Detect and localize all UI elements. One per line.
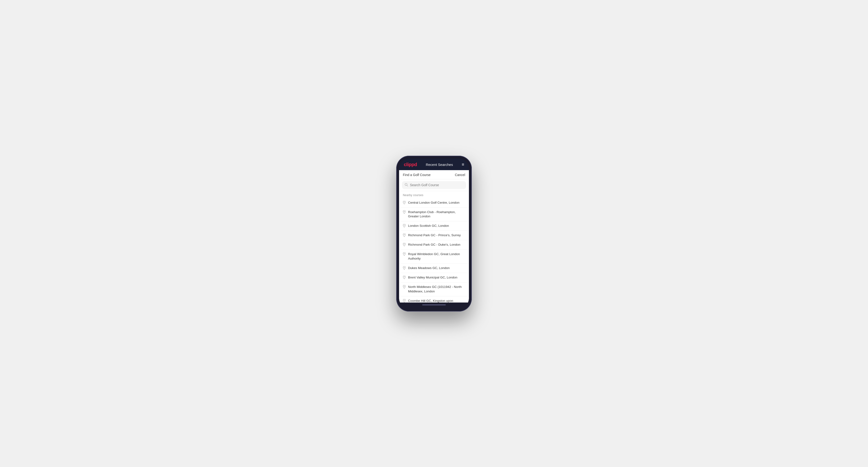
location-pin-icon — [403, 224, 406, 228]
svg-point-6 — [404, 244, 405, 245]
location-pin-icon — [403, 299, 406, 303]
phone-frame: clippd Recent Searches ≡ Find a Golf Cou… — [396, 156, 472, 311]
location-pin-icon — [403, 243, 406, 247]
search-input[interactable] — [410, 183, 463, 187]
location-pin-icon — [403, 210, 406, 215]
content-area: Find a Golf Course Cancel — [399, 170, 469, 303]
course-list-item[interactable]: Roehampton Club - Roehampton, Greater Lo… — [399, 208, 469, 222]
course-list-item[interactable]: Royal Wimbledon GC, Great London Authori… — [399, 250, 469, 263]
nearby-section: Nearby courses Central London Golf Centr… — [399, 191, 469, 303]
course-list-item[interactable]: Richmond Park GC - Duke's, London — [399, 240, 469, 250]
app-header: clippd Recent Searches ≡ — [399, 159, 469, 170]
search-icon — [405, 183, 408, 187]
location-pin-icon — [403, 266, 406, 271]
course-name: Coombe Hill GC, Kingston upon Thames — [408, 299, 465, 303]
course-list-item[interactable]: Brent Valley Municipal GC, London — [399, 273, 469, 282]
course-name: Roehampton Club - Roehampton, Greater Lo… — [408, 210, 465, 219]
search-wrapper — [402, 181, 466, 189]
course-name: Richmond Park GC - Duke's, London — [408, 243, 460, 247]
phone-screen: clippd Recent Searches ≡ Find a Golf Cou… — [399, 159, 469, 309]
course-list-item[interactable]: Coombe Hill GC, Kingston upon Thames — [399, 297, 469, 303]
course-list-item[interactable]: Central London Golf Centre, London — [399, 198, 469, 208]
cancel-button[interactable]: Cancel — [455, 173, 465, 177]
svg-point-3 — [404, 211, 405, 212]
course-list-item[interactable]: North Middlesex GC (1011942 - North Midd… — [399, 282, 469, 297]
location-pin-icon — [403, 234, 406, 238]
svg-point-7 — [404, 253, 405, 254]
course-name: Dukes Meadows GC, London — [408, 266, 450, 271]
svg-point-4 — [404, 225, 405, 226]
svg-line-1 — [407, 185, 408, 186]
course-name: Richmond Park GC - Prince's, Surrey — [408, 233, 461, 238]
svg-point-5 — [404, 234, 405, 235]
find-label: Find a Golf Course — [403, 173, 431, 177]
course-list-item[interactable]: Richmond Park GC - Prince's, Surrey — [399, 231, 469, 240]
search-container — [399, 179, 469, 191]
svg-point-2 — [404, 201, 405, 203]
course-list-item[interactable]: Dukes Meadows GC, London — [399, 263, 469, 273]
app-logo: clippd — [404, 162, 417, 167]
svg-point-8 — [404, 267, 405, 268]
course-name: North Middlesex GC (1011942 - North Midd… — [408, 285, 465, 294]
course-name: Brent Valley Municipal GC, London — [408, 275, 457, 280]
home-bar — [422, 304, 446, 305]
course-name: Central London Golf Centre, London — [408, 200, 460, 205]
location-pin-icon — [403, 276, 406, 280]
home-indicator-area — [399, 303, 469, 309]
course-name: Royal Wimbledon GC, Great London Authori… — [408, 252, 465, 261]
course-list-item[interactable]: London Scottish GC, London — [399, 221, 469, 231]
nearby-heading: Nearby courses — [399, 191, 469, 198]
course-name: London Scottish GC, London — [408, 224, 449, 228]
location-pin-icon — [403, 252, 406, 256]
svg-point-9 — [404, 276, 405, 277]
course-list: Central London Golf Centre, London Roeha… — [399, 198, 469, 303]
page-title: Recent Searches — [426, 163, 453, 166]
phone-inner: clippd Recent Searches ≡ Find a Golf Cou… — [399, 159, 469, 309]
svg-point-11 — [404, 300, 405, 301]
find-bar: Find a Golf Course Cancel — [399, 170, 469, 179]
svg-point-10 — [404, 286, 405, 287]
location-pin-icon — [403, 201, 406, 205]
hamburger-menu-icon[interactable]: ≡ — [462, 162, 464, 166]
location-pin-icon — [403, 285, 406, 289]
